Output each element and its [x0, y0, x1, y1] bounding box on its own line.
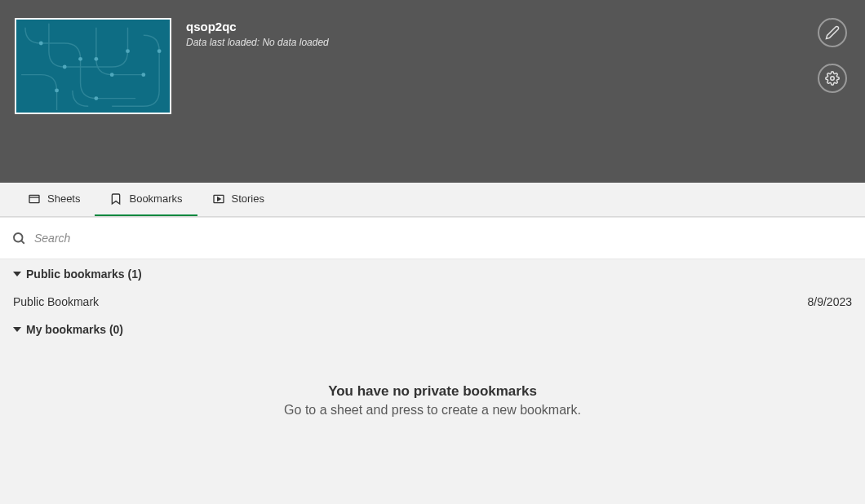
gear-icon	[825, 71, 840, 86]
chevron-down-icon	[13, 327, 21, 332]
search-input[interactable]	[34, 232, 854, 245]
svg-point-10	[141, 73, 145, 77]
settings-button[interactable]	[818, 64, 847, 93]
bookmark-icon	[109, 192, 122, 206]
chevron-down-icon	[13, 272, 21, 276]
search-bar	[0, 217, 865, 259]
bookmark-date: 8/9/2023	[808, 295, 853, 308]
svg-point-3	[94, 96, 98, 100]
empty-state: You have no private bookmarks Go to a sh…	[0, 383, 865, 418]
bookmark-row[interactable]: Public Bookmark 8/9/2023	[0, 289, 865, 315]
svg-point-8	[110, 73, 114, 77]
my-bookmarks-title: My bookmarks (0)	[26, 323, 123, 336]
empty-title: You have no private bookmarks	[0, 383, 865, 400]
public-bookmarks-header[interactable]: Public bookmarks (1)	[0, 259, 865, 289]
svg-point-2	[78, 57, 82, 61]
app-thumbnail[interactable]	[15, 18, 171, 114]
svg-point-4	[63, 65, 67, 69]
app-header: qsop2qc Data last loaded: No data loaded	[0, 0, 865, 183]
svg-point-7	[157, 49, 162, 53]
svg-point-16	[14, 233, 23, 242]
svg-point-9	[94, 57, 98, 61]
svg-line-17	[21, 241, 24, 244]
header-actions	[818, 18, 847, 93]
tab-stories[interactable]: Stories	[197, 183, 279, 216]
my-bookmarks-header[interactable]: My bookmarks (0)	[0, 315, 865, 344]
edit-button[interactable]	[818, 18, 847, 47]
tab-sheets[interactable]: Sheets	[13, 183, 95, 216]
data-load-status: Data last loaded: No data loaded	[186, 37, 329, 48]
sheets-icon	[28, 192, 41, 206]
svg-point-1	[39, 42, 43, 46]
svg-point-5	[126, 49, 130, 53]
tab-bookmarks[interactable]: Bookmarks	[95, 183, 197, 216]
public-bookmarks-title: Public bookmarks (1)	[26, 267, 142, 281]
stories-icon	[212, 192, 225, 206]
main-content: Public bookmarks (1) Public Bookmark 8/9…	[0, 259, 865, 418]
header-info: qsop2qc Data last loaded: No data loaded	[186, 18, 329, 165]
svg-marker-15	[217, 197, 220, 201]
app-title: qsop2qc	[186, 20, 329, 33]
tab-sheets-label: Sheets	[47, 192, 80, 205]
empty-subtitle: Go to a sheet and press to create a new …	[0, 403, 865, 418]
tab-bar: Sheets Bookmarks Stories	[0, 183, 865, 217]
bookmark-name: Public Bookmark	[13, 295, 99, 308]
search-icon	[11, 231, 26, 245]
svg-rect-12	[29, 195, 39, 202]
tab-stories-label: Stories	[232, 192, 264, 205]
pencil-icon	[825, 25, 840, 40]
tab-bookmarks-label: Bookmarks	[129, 192, 182, 205]
svg-point-11	[831, 77, 835, 81]
svg-point-6	[55, 89, 59, 93]
